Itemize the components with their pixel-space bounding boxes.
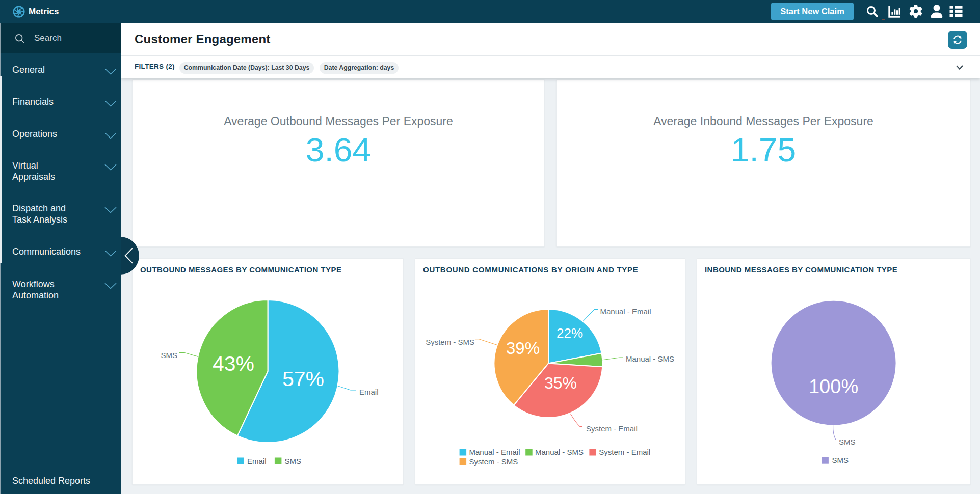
svg-text:System - Email: System - Email: [586, 424, 638, 433]
svg-text:Manual - Email: Manual - Email: [600, 307, 651, 316]
svg-text:Email: Email: [247, 457, 267, 465]
svg-text:SMS: SMS: [839, 437, 856, 446]
svg-text:22%: 22%: [557, 325, 583, 341]
svg-text:Manual - SMS: Manual - SMS: [626, 354, 674, 363]
svg-text:57%: 57%: [282, 367, 324, 391]
svg-text:43%: 43%: [213, 352, 254, 375]
svg-text:Email: Email: [359, 388, 379, 396]
svg-text:System - SMS: System - SMS: [469, 457, 518, 466]
svg-text:System - Email: System - Email: [599, 448, 650, 456]
svg-text:Manual - SMS: Manual - SMS: [535, 448, 584, 456]
svg-text:System - SMS: System - SMS: [426, 338, 474, 346]
svg-text:39%: 39%: [506, 339, 540, 358]
svg-text:100%: 100%: [809, 376, 858, 397]
svg-text:Manual - Email: Manual - Email: [469, 448, 520, 456]
svg-text:SMS: SMS: [832, 456, 849, 464]
svg-text:SMS: SMS: [285, 457, 302, 465]
svg-text:SMS: SMS: [161, 351, 177, 360]
svg-text:35%: 35%: [544, 374, 577, 392]
